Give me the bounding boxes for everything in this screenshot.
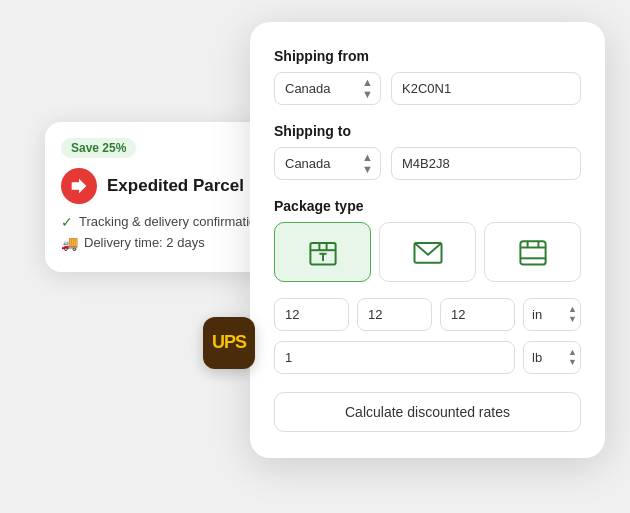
weight-unit-select[interactable]: lb kg <box>523 341 581 374</box>
envelope-icon <box>410 234 446 270</box>
shipping-from-label: Shipping from <box>274 48 581 64</box>
carrier-logo-icon <box>68 175 90 197</box>
tube-icon <box>515 234 551 270</box>
to-country-select[interactable]: Canada United States <box>274 147 381 180</box>
calculate-button[interactable]: Calculate discounted rates <box>274 392 581 432</box>
dimension-length-input[interactable] <box>274 298 349 331</box>
carrier-name: Expedited Parcel <box>107 176 244 196</box>
shipping-from-row: Canada United States ▲▼ <box>274 72 581 105</box>
dimensions-row: in cm ▲▼ <box>274 298 581 331</box>
check-icon: ✓ <box>61 214 73 230</box>
package-type-label: Package type <box>274 198 581 214</box>
to-country-wrapper: Canada United States ▲▼ <box>274 147 381 180</box>
package-type-row <box>274 222 581 282</box>
package-tube-option[interactable] <box>484 222 581 282</box>
save-badge: Save 25% <box>61 138 136 158</box>
shipping-to-row: Canada United States ▲▼ <box>274 147 581 180</box>
from-country-wrapper: Canada United States ▲▼ <box>274 72 381 105</box>
ups-badge: UPS <box>203 317 255 369</box>
dimension-width-input[interactable] <box>357 298 432 331</box>
ups-label: UPS <box>212 332 246 353</box>
weight-input[interactable] <box>274 341 515 374</box>
shipping-to-label: Shipping to <box>274 123 581 139</box>
package-envelope-option[interactable] <box>379 222 476 282</box>
to-postal-input[interactable] <box>391 147 581 180</box>
weight-unit-wrapper: lb kg ▲▼ <box>523 341 581 374</box>
package-box-option[interactable] <box>274 222 371 282</box>
dimension-unit-wrapper: in cm ▲▼ <box>523 298 581 331</box>
dimension-unit-select[interactable]: in cm <box>523 298 581 331</box>
box-icon <box>305 234 341 270</box>
svg-rect-7 <box>520 241 545 264</box>
shipping-form-card: Shipping from Canada United States ▲▼ Sh… <box>250 22 605 458</box>
weight-row: lb kg ▲▼ <box>274 341 581 374</box>
carrier-icon <box>61 168 97 204</box>
feature-text: Delivery time: 2 days <box>84 235 205 250</box>
from-country-select[interactable]: Canada United States <box>274 72 381 105</box>
feature-text: Tracking & delivery confirmation <box>79 214 263 229</box>
from-postal-input[interactable] <box>391 72 581 105</box>
dimension-height-input[interactable] <box>440 298 515 331</box>
truck-icon: 🚚 <box>61 235 78 251</box>
